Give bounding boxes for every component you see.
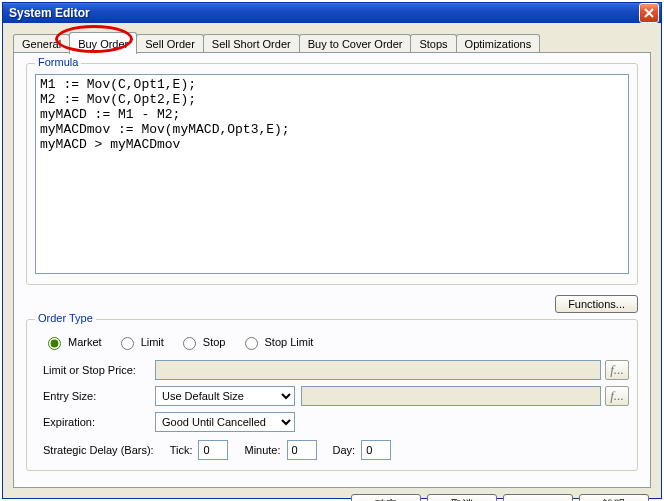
radio-stop-limit-label: Stop Limit	[265, 336, 314, 348]
day-input[interactable]	[361, 440, 391, 460]
tab-strip: General Buy Order Sell Order Sell Short …	[13, 31, 651, 53]
expiration-label: Expiration:	[35, 416, 155, 428]
functions-button[interactable]: Functions...	[555, 295, 638, 313]
strategic-delay-label: Strategic Delay (Bars):	[43, 444, 154, 456]
radio-limit-label: Limit	[141, 336, 164, 348]
minute-input[interactable]	[287, 440, 317, 460]
functions-row: Functions...	[26, 295, 638, 313]
tab-buy-order[interactable]: Buy Order	[69, 32, 137, 54]
close-button[interactable]	[639, 3, 659, 23]
tab-buy-to-cover-order[interactable]: Buy to Cover Order	[299, 34, 412, 53]
radio-stop-limit-input[interactable]	[245, 337, 258, 350]
order-type-radios: Market Limit Stop Stop Limit	[43, 334, 629, 350]
tick-label: Tick:	[170, 444, 193, 456]
formula-group: Formula	[26, 63, 638, 285]
order-type-legend: Order Type	[35, 312, 96, 324]
entry-size-fx-button[interactable]: f...	[605, 386, 629, 406]
tab-sell-short-order[interactable]: Sell Short Order	[203, 34, 300, 53]
radio-limit[interactable]: Limit	[116, 334, 164, 350]
tab-general[interactable]: General	[13, 34, 70, 53]
limit-price-label: Limit or Stop Price:	[35, 364, 155, 376]
titlebar: System Editor	[3, 3, 661, 23]
tab-panel: Formula Functions... Order Type Market L…	[13, 52, 651, 488]
client-area: General Buy Order Sell Order Sell Short …	[3, 23, 661, 501]
radio-stop-label: Stop	[203, 336, 226, 348]
order-type-group: Order Type Market Limit Stop	[26, 319, 638, 471]
dialog-button-bar: 確定 取消 Print 說明	[13, 488, 651, 501]
expiration-row: Expiration: Good Until Cancelled	[35, 412, 629, 432]
print-button[interactable]: Print	[503, 494, 573, 501]
radio-stop-input[interactable]	[183, 337, 196, 350]
day-label: Day:	[333, 444, 356, 456]
help-button[interactable]: 說明	[579, 494, 649, 501]
radio-stop[interactable]: Stop	[178, 334, 226, 350]
minute-label: Minute:	[244, 444, 280, 456]
radio-stop-limit[interactable]: Stop Limit	[240, 334, 314, 350]
radio-market-label: Market	[68, 336, 102, 348]
entry-size-select[interactable]: Use Default Size	[155, 386, 295, 406]
limit-price-fx-button[interactable]: f...	[605, 360, 629, 380]
radio-market[interactable]: Market	[43, 334, 102, 350]
entry-size-label: Entry Size:	[35, 390, 155, 402]
ok-button[interactable]: 確定	[351, 494, 421, 501]
entry-size-row: Entry Size: Use Default Size f...	[35, 386, 629, 406]
strategic-delay-row: Strategic Delay (Bars): Tick: Minute: Da…	[43, 440, 629, 460]
tab-sell-order[interactable]: Sell Order	[136, 34, 204, 53]
system-editor-window: System Editor General Buy Order Sell Ord…	[2, 2, 662, 499]
formula-legend: Formula	[35, 56, 81, 68]
radio-market-input[interactable]	[48, 337, 61, 350]
cancel-button[interactable]: 取消	[427, 494, 497, 501]
close-icon	[644, 8, 654, 18]
limit-price-row: Limit or Stop Price: f...	[35, 360, 629, 380]
tab-optimizations[interactable]: Optimizations	[456, 34, 541, 53]
tab-stops[interactable]: Stops	[410, 34, 456, 53]
radio-limit-input[interactable]	[121, 337, 134, 350]
entry-size-extra-input[interactable]	[301, 386, 601, 406]
expiration-select[interactable]: Good Until Cancelled	[155, 412, 295, 432]
tick-input[interactable]	[198, 440, 228, 460]
limit-price-input[interactable]	[155, 360, 601, 380]
formula-textarea[interactable]	[35, 74, 629, 274]
window-title: System Editor	[9, 6, 639, 20]
